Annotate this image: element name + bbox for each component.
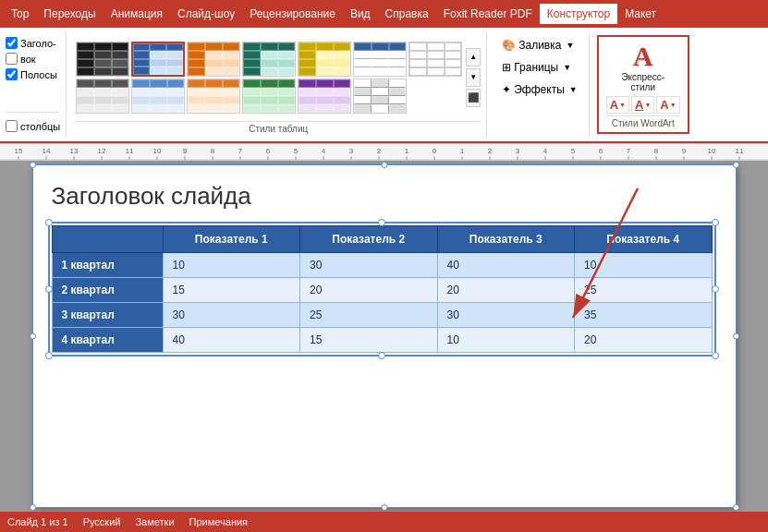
table-handle-bot-left[interactable] bbox=[45, 352, 53, 359]
wordart-sub-buttons: A ▼ A ▼ A ▼ bbox=[606, 96, 680, 114]
svg-text:6: 6 bbox=[266, 147, 271, 155]
handle-mid-right[interactable] bbox=[733, 333, 739, 340]
table-style-6[interactable] bbox=[353, 42, 407, 77]
handle-mid-left[interactable] bbox=[30, 333, 36, 340]
table-style-12[interactable] bbox=[298, 79, 351, 114]
style-scroll-buttons: ▲ ▼ ⬛ bbox=[466, 48, 481, 107]
total-row-check[interactable]: вок bbox=[6, 53, 60, 65]
table-handle-top-right[interactable] bbox=[712, 219, 719, 226]
svg-text:14: 14 bbox=[43, 147, 51, 155]
table-style-8[interactable] bbox=[76, 79, 129, 114]
menu-bar: Top Переходы Анимация Слайд-шоу Рецензир… bbox=[0, 0, 768, 28]
svg-text:11: 11 bbox=[126, 147, 134, 155]
handle-top-left[interactable] bbox=[30, 162, 36, 168]
handle-bot-mid[interactable] bbox=[381, 504, 387, 511]
effects-dropdown[interactable]: ▼ bbox=[569, 85, 578, 94]
ribbon-content: Заголо- вок Полосы столбцы bbox=[0, 28, 768, 143]
comments-btn[interactable]: Примечания bbox=[189, 516, 249, 527]
handle-top-mid[interactable] bbox=[381, 162, 387, 168]
slide: Заголовок слайда bbox=[33, 165, 736, 507]
svg-text:1: 1 bbox=[405, 147, 409, 155]
menu-item-animation[interactable]: Анимация bbox=[104, 4, 170, 24]
table-styles-label: Стили таблиц bbox=[76, 121, 481, 134]
svg-text:10: 10 bbox=[708, 147, 716, 155]
table-handle-bot-mid[interactable] bbox=[378, 352, 385, 359]
wordart-styles-group: A Экспресс- стили A ▼ A ▼ A ▼ bbox=[597, 35, 689, 134]
table-style-1[interactable] bbox=[76, 42, 129, 77]
table-style-13[interactable] bbox=[353, 79, 407, 114]
svg-text:9: 9 bbox=[183, 147, 188, 155]
scroll-up-btn[interactable]: ▲ bbox=[466, 48, 481, 66]
wordart-a2-arrow[interactable]: ▼ bbox=[644, 102, 651, 108]
ruler: 15 14 13 12 11 10 9 8 7 6 5 4 3 2 1 0 1 … bbox=[0, 144, 768, 161]
handle-top-right[interactable] bbox=[733, 162, 739, 168]
table-style-3[interactable] bbox=[187, 42, 240, 77]
svg-text:10: 10 bbox=[153, 147, 162, 155]
td-q2-v1: 15 bbox=[163, 278, 300, 303]
borders-btn[interactable]: ⊞ Границы ▼ bbox=[496, 57, 582, 78]
scroll-down-btn[interactable]: ▼ bbox=[466, 68, 481, 87]
notes-btn[interactable]: Заметки bbox=[135, 516, 174, 527]
table-style-10[interactable] bbox=[187, 79, 240, 114]
menu-item-slideshow[interactable]: Слайд-шоу bbox=[170, 4, 242, 24]
menu-item-review[interactable]: Рецензирование bbox=[242, 4, 343, 24]
td-q2-label: 2 квартал bbox=[52, 278, 163, 303]
slide-title: Заголовок слайда bbox=[52, 182, 717, 211]
wordart-A-btn2[interactable]: A ▼ bbox=[631, 96, 654, 114]
menu-item-help[interactable]: Справка bbox=[378, 4, 436, 24]
header-check[interactable]: Заголо- bbox=[6, 37, 60, 49]
table-handle-mid-right[interactable] bbox=[712, 285, 719, 293]
td-q3-v1: 30 bbox=[163, 303, 300, 328]
table-style-11[interactable] bbox=[242, 79, 296, 114]
express-styles-btn[interactable]: A Экспресс- стили bbox=[617, 41, 668, 94]
table-row: 1 квартал 10 30 40 10 bbox=[52, 253, 712, 278]
wordart-a3-arrow[interactable]: ▼ bbox=[670, 102, 677, 108]
fill-label: Заливка bbox=[518, 39, 561, 52]
table-header-row: Показатель 1 Показатель 2 Показатель 3 П… bbox=[52, 226, 712, 253]
table-style-5[interactable] bbox=[298, 42, 351, 77]
menu-item-top[interactable]: Top bbox=[4, 4, 36, 24]
menu-item-view[interactable]: Вид bbox=[343, 4, 378, 24]
td-q4-v4: 20 bbox=[575, 328, 713, 353]
borders-dropdown[interactable]: ▼ bbox=[563, 63, 571, 72]
menu-item-layout[interactable]: Макет bbox=[617, 4, 664, 24]
td-q4-v1: 40 bbox=[163, 328, 300, 353]
handle-bot-left[interactable] bbox=[30, 504, 36, 511]
table-style-2[interactable] bbox=[131, 42, 185, 77]
wordart-A-btn3[interactable]: A ▼ bbox=[656, 96, 679, 114]
fill-btn[interactable]: 🎨 Заливка ▼ bbox=[496, 35, 582, 55]
td-q3-label: 3 квартал bbox=[52, 303, 163, 328]
table-handle-bot-right[interactable] bbox=[712, 352, 719, 359]
fill-dropdown[interactable]: ▼ bbox=[566, 41, 574, 50]
table-row: 2 квартал 15 20 20 25 bbox=[52, 278, 712, 303]
svg-text:9: 9 bbox=[682, 147, 687, 155]
data-table: Показатель 1 Показатель 2 Показатель 3 П… bbox=[52, 225, 713, 353]
svg-text:8: 8 bbox=[211, 147, 215, 155]
handle-bot-right[interactable] bbox=[733, 504, 739, 511]
banded-check[interactable]: Полосы bbox=[6, 68, 60, 80]
menu-item-constructor[interactable]: Конструктор bbox=[540, 4, 617, 24]
scroll-more-btn[interactable]: ⬛ bbox=[466, 89, 481, 107]
table-style-7[interactable] bbox=[408, 42, 462, 77]
ruler-svg: 15 14 13 12 11 10 9 8 7 6 5 4 3 2 1 0 1 … bbox=[0, 144, 768, 161]
fill-borders-effects-group: 🎨 Заливка ▼ ⊞ Границы ▼ ✦ Эффекты ▼ bbox=[491, 31, 589, 138]
col-check[interactable]: столбцы bbox=[6, 120, 60, 132]
style-swatches-grid bbox=[76, 42, 462, 114]
svg-text:2: 2 bbox=[488, 147, 493, 155]
wordart-a2-icon: A bbox=[635, 98, 643, 112]
menu-item-foxit[interactable]: Foxit Reader PDF bbox=[436, 4, 540, 24]
td-q1-label: 1 квартал bbox=[52, 253, 163, 278]
svg-text:6: 6 bbox=[599, 147, 603, 155]
menu-item-transitions[interactable]: Переходы bbox=[36, 4, 103, 24]
table-style-4[interactable] bbox=[242, 42, 296, 77]
wordart-A-btn1[interactable]: A ▼ bbox=[606, 96, 629, 114]
wordart-a1-arrow[interactable]: ▼ bbox=[619, 102, 626, 108]
td-q1-v4: 10 bbox=[575, 253, 713, 278]
effects-btn[interactable]: ✦ Эффекты ▼ bbox=[496, 79, 582, 100]
svg-text:12: 12 bbox=[98, 147, 106, 155]
table-style-9[interactable] bbox=[131, 79, 185, 114]
th-label bbox=[52, 226, 163, 253]
svg-text:5: 5 bbox=[571, 147, 576, 155]
svg-text:1: 1 bbox=[460, 147, 465, 155]
fill-icon: 🎨 bbox=[502, 39, 516, 52]
